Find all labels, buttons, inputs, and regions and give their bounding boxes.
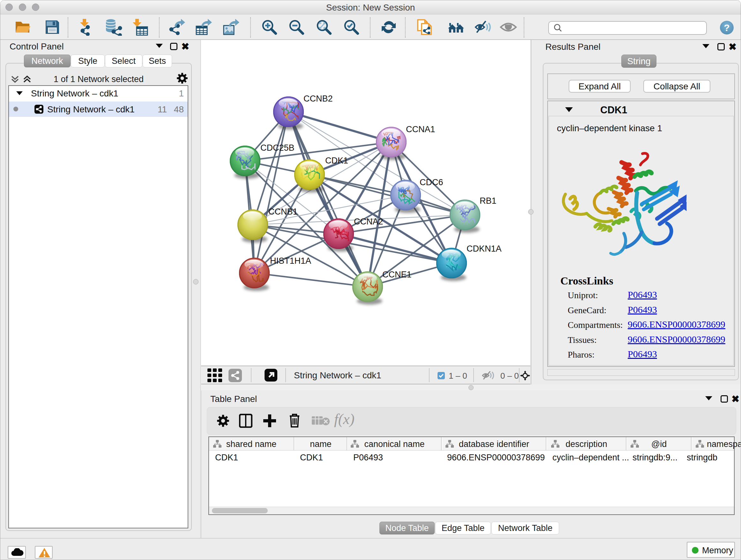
svg-text:CDC6: CDC6 (420, 178, 443, 187)
svg-text:CDC25B: CDC25B (260, 143, 294, 152)
svg-text:CDKN1A: CDKN1A (467, 244, 502, 253)
svg-text:CCNB2: CCNB2 (304, 94, 333, 104)
svg-text:CCNB1: CCNB1 (268, 207, 298, 216)
svg-text:CCNA1: CCNA1 (406, 125, 435, 134)
svg-text:HIST1H1A: HIST1H1A (270, 256, 311, 266)
svg-text:CCNA2: CCNA2 (354, 217, 383, 226)
svg-text:RB1: RB1 (480, 196, 496, 206)
svg-text:CCNE1: CCNE1 (382, 270, 412, 279)
svg-text:CDK1: CDK1 (325, 156, 348, 165)
